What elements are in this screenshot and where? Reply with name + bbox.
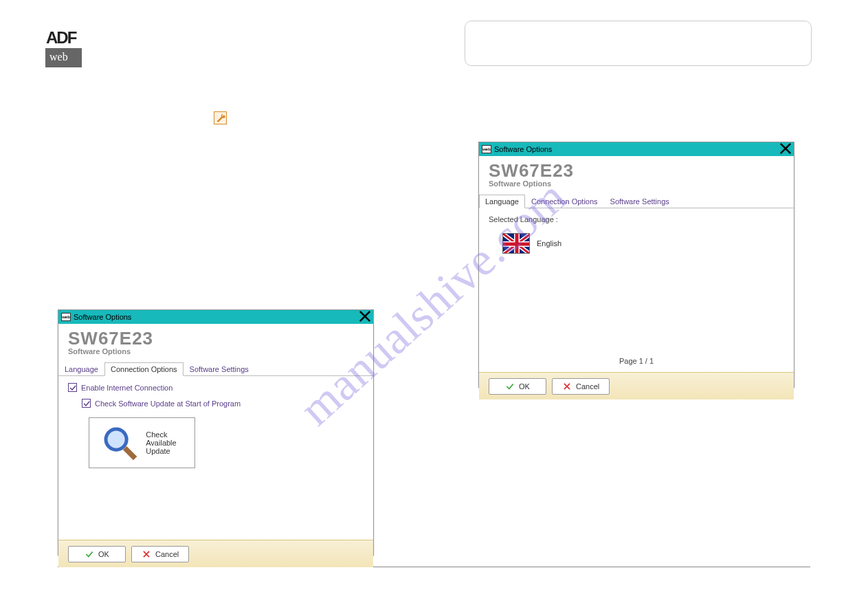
- ok-button[interactable]: OK: [68, 546, 126, 562]
- page-indicator: Page 1 / 1: [479, 357, 794, 365]
- svg-line-1: [125, 448, 135, 459]
- dialog-footer: OK Cancel: [58, 540, 373, 567]
- header-info-box: [465, 21, 812, 66]
- magnifier-icon: [99, 422, 140, 463]
- selected-language-label: Selected Language :: [489, 215, 784, 223]
- software-options-dialog-language: web Software Options SW67E23 Software Op…: [478, 142, 794, 388]
- check-icon: [83, 400, 90, 407]
- titlebar-app-icon: web: [482, 145, 491, 153]
- x-icon: [562, 382, 572, 391]
- titlebar-text: Software Options: [74, 313, 131, 321]
- software-options-dialog-connection: web Software Options SW67E23 Software Op…: [58, 309, 374, 556]
- check-available-update-label: Check Available Update: [146, 430, 184, 455]
- x-icon: [142, 549, 151, 559]
- close-button[interactable]: [779, 143, 792, 154]
- adfweb-logo: ADF web: [45, 29, 82, 67]
- ok-label: OK: [98, 550, 109, 558]
- logo-web-text: web: [49, 51, 68, 63]
- enable-internet-checkbox[interactable]: [68, 383, 77, 392]
- tab-software-settings[interactable]: Software Settings: [604, 195, 676, 208]
- close-icon: [359, 310, 371, 322]
- language-name: English: [537, 239, 561, 248]
- ok-button[interactable]: OK: [489, 378, 546, 395]
- checkmark-icon: [505, 382, 515, 391]
- sw-subtitle: Software Options: [68, 347, 364, 355]
- svg-rect-6: [503, 243, 530, 246]
- sw-code-title: SW67E23: [68, 329, 364, 347]
- dialog-header: SW67E23 Software Options: [58, 324, 373, 357]
- ok-label: OK: [519, 382, 530, 391]
- enable-internet-row[interactable]: Enable Internet Connection: [68, 383, 364, 392]
- check-icon: [69, 384, 76, 391]
- tab-content-connection: Enable Internet Connection Check Softwar…: [58, 376, 373, 540]
- close-icon: [779, 142, 792, 155]
- titlebar-app-icon: web: [61, 313, 71, 321]
- close-button[interactable]: [359, 311, 371, 322]
- check-update-start-label: Check Software Update at Start of Progra…: [95, 399, 241, 408]
- checkmark-icon: [85, 549, 94, 559]
- logo-adf-text: ADF: [46, 28, 76, 47]
- uk-flag-icon: [502, 233, 530, 254]
- titlebar: web Software Options: [58, 310, 373, 324]
- wrench-tool-icon: [214, 111, 227, 124]
- dialog-footer: OK Cancel: [479, 372, 794, 399]
- cancel-label: Cancel: [155, 550, 179, 558]
- titlebar-text: Software Options: [494, 145, 552, 153]
- tab-connection-options[interactable]: Connection Options: [525, 195, 604, 208]
- check-available-update-button[interactable]: Check Available Update: [89, 417, 195, 468]
- tab-language[interactable]: Language: [58, 362, 104, 375]
- tab-bar: Language Connection Options Software Set…: [479, 193, 794, 208]
- cancel-button[interactable]: Cancel: [131, 546, 189, 562]
- cancel-button[interactable]: Cancel: [552, 378, 610, 395]
- dialog-header: SW67E23 Software Options: [479, 156, 794, 189]
- tab-bar: Language Connection Options Software Set…: [58, 361, 373, 376]
- titlebar: web Software Options: [479, 142, 794, 156]
- sw-code-title: SW67E23: [489, 162, 784, 179]
- cancel-label: Cancel: [576, 382, 599, 391]
- tab-content-language: Selected Language : English Page 1 / 1: [479, 208, 794, 372]
- language-option-english[interactable]: English: [502, 233, 784, 254]
- tab-language[interactable]: Language: [479, 195, 525, 208]
- enable-internet-label: Enable Internet Connection: [81, 384, 173, 392]
- sw-subtitle: Software Options: [489, 179, 784, 188]
- svg-point-0: [106, 429, 126, 450]
- wrench-icon: [216, 113, 225, 123]
- check-update-start-row[interactable]: Check Software Update at Start of Progra…: [82, 399, 364, 408]
- check-update-start-checkbox[interactable]: [82, 399, 91, 408]
- tab-connection-options[interactable]: Connection Options: [104, 362, 183, 376]
- tab-software-settings[interactable]: Software Settings: [183, 362, 255, 375]
